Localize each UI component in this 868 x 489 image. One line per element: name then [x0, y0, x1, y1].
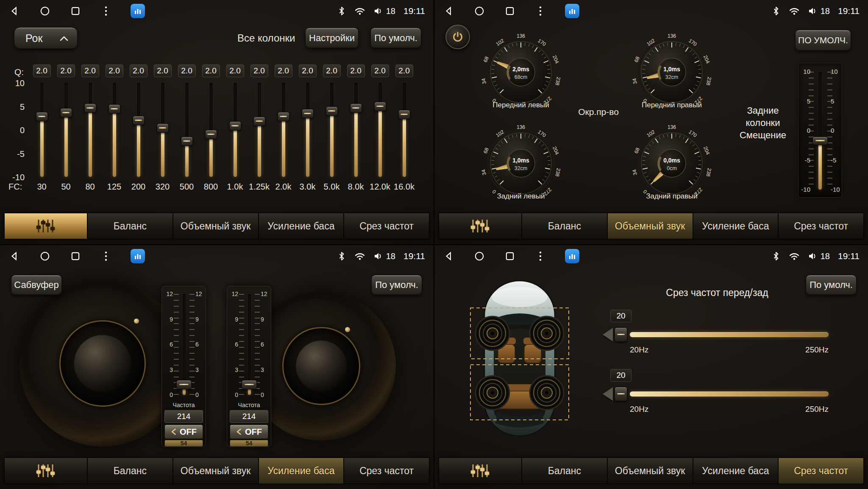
tab-balance[interactable]: Баланс	[522, 458, 608, 483]
eq-q-value[interactable]: 2.0	[178, 64, 196, 77]
nav-home-icon[interactable]	[39, 5, 51, 17]
settings-button[interactable]: Настройки	[305, 28, 359, 48]
eq-gain-slider[interactable]	[199, 83, 223, 177]
tab-balance[interactable]: Баланс	[88, 213, 173, 239]
nav-back-icon[interactable]	[443, 5, 455, 17]
slider-handle[interactable]	[181, 137, 193, 146]
tab-bass-boost[interactable]: Усиление баса	[693, 213, 779, 239]
slider-handle[interactable]	[205, 130, 217, 139]
overflow-menu-icon[interactable]	[100, 5, 112, 17]
tab-balance[interactable]: Баланс	[522, 213, 608, 239]
sub-value[interactable]: 54	[164, 440, 203, 447]
rear-offset-slider[interactable]: 10105500-5-5-10-10	[798, 63, 842, 198]
eq-gain-slider[interactable]	[247, 83, 271, 177]
tab-balance[interactable]: Баланс	[88, 458, 173, 483]
eq-gain-slider[interactable]	[78, 83, 102, 177]
eq-gain-slider[interactable]	[271, 83, 295, 177]
eq-gain-slider[interactable]	[223, 83, 247, 177]
tab-crossover[interactable]: Срез частот	[344, 458, 429, 483]
tab-surround-sound[interactable]: Объемный звук	[608, 213, 693, 239]
slider-handle[interactable]	[84, 103, 96, 113]
nav-recents-icon[interactable]	[70, 250, 81, 262]
eq-q-value[interactable]: 2.0	[347, 64, 365, 77]
nav-back-icon[interactable]	[8, 250, 20, 262]
slider-handle[interactable]	[278, 112, 289, 121]
eq-gain-slider[interactable]	[295, 83, 320, 177]
slider-handle[interactable]	[157, 123, 169, 133]
frequency-value[interactable]: 214	[164, 410, 203, 423]
eq-gain-slider[interactable]	[54, 83, 78, 177]
eq-gain-slider[interactable]	[344, 83, 368, 177]
sub-value[interactable]: 54	[230, 440, 268, 447]
eq-q-value[interactable]: 2.0	[371, 64, 389, 77]
slider-handle[interactable]	[133, 116, 145, 125]
tab-surround-sound[interactable]: Объемный звук	[173, 458, 259, 483]
slider-track[interactable]	[630, 391, 829, 397]
slider-handle[interactable]	[229, 121, 241, 131]
eq-gain-slider[interactable]	[320, 83, 344, 177]
eq-gain-slider[interactable]	[102, 83, 126, 177]
power-button[interactable]	[445, 25, 470, 49]
slider-handle[interactable]	[615, 387, 627, 401]
tab-crossover[interactable]: Срез частот	[344, 213, 429, 239]
subwoofer-button[interactable]: Сабвуфер	[11, 275, 62, 295]
nav-recents-icon[interactable]	[504, 250, 516, 262]
overflow-menu-icon[interactable]	[100, 250, 112, 262]
app-icon[interactable]	[131, 4, 145, 18]
app-icon[interactable]	[565, 249, 579, 263]
slider-track[interactable]	[630, 332, 829, 337]
slider-handle[interactable]	[350, 103, 362, 113]
slider-handle[interactable]	[615, 327, 627, 342]
nav-home-icon[interactable]	[473, 5, 485, 17]
eq-q-value[interactable]: 2.0	[106, 64, 123, 77]
slider-handle[interactable]	[398, 110, 410, 119]
eq-gain-slider[interactable]	[126, 83, 150, 177]
bass-level-handle[interactable]	[242, 380, 257, 389]
nav-back-icon[interactable]	[8, 5, 20, 17]
frequency-value[interactable]: 214	[230, 410, 268, 423]
slider-handle[interactable]	[36, 112, 48, 121]
eq-q-value[interactable]: 2.0	[275, 64, 292, 77]
tab-equalizer[interactable]	[5, 458, 88, 483]
eq-gain-slider[interactable]	[30, 83, 54, 177]
slider-handle[interactable]	[374, 102, 386, 111]
eq-q-value[interactable]: 2.0	[323, 64, 341, 77]
bass-level-handle[interactable]	[176, 380, 192, 389]
nav-recents-icon[interactable]	[70, 5, 81, 17]
nav-home-icon[interactable]	[473, 250, 485, 262]
slider-handle[interactable]	[253, 117, 265, 126]
tab-equalizer[interactable]	[439, 458, 522, 483]
tab-surround-sound[interactable]: Объемный звук	[173, 213, 259, 239]
off-toggle[interactable]: OFF	[230, 425, 268, 439]
eq-q-value[interactable]: 2.0	[33, 64, 51, 77]
eq-q-value[interactable]: 2.0	[226, 64, 244, 77]
tab-surround-sound[interactable]: Объемный звук	[608, 458, 693, 483]
default-button[interactable]: По умолч.	[370, 28, 421, 48]
slider-handle[interactable]	[108, 104, 120, 114]
default-button[interactable]: По умолч.	[806, 275, 857, 295]
tab-bass-boost[interactable]: Усиление баса	[693, 458, 779, 483]
tab-equalizer[interactable]	[439, 213, 522, 239]
slider-handle[interactable]	[60, 108, 72, 117]
preset-selector[interactable]: Рок	[14, 27, 78, 49]
nav-home-icon[interactable]	[39, 250, 51, 262]
slider-handle[interactable]	[812, 137, 828, 145]
tab-bass-boost[interactable]: Усиление баса	[259, 213, 345, 239]
slider-handle[interactable]	[326, 106, 338, 116]
default-button[interactable]: По умолч.	[371, 275, 422, 295]
off-toggle[interactable]: OFF	[164, 425, 203, 439]
overflow-menu-icon[interactable]	[534, 5, 546, 17]
eq-q-value[interactable]: 2.0	[395, 64, 413, 77]
eq-q-value[interactable]: 2.0	[250, 64, 268, 77]
eq-q-value[interactable]: 2.0	[202, 64, 220, 77]
eq-q-value[interactable]: 2.0	[299, 64, 317, 77]
slider-handle[interactable]	[302, 109, 314, 118]
eq-q-value[interactable]: 2.0	[81, 64, 99, 77]
tab-equalizer[interactable]	[5, 213, 88, 239]
app-icon[interactable]	[565, 4, 579, 18]
overflow-menu-icon[interactable]	[534, 250, 546, 262]
eq-gain-slider[interactable]	[368, 83, 392, 177]
eq-gain-slider[interactable]	[392, 83, 416, 177]
nav-recents-icon[interactable]	[504, 5, 516, 17]
tab-crossover[interactable]: Срез частот	[779, 458, 863, 483]
